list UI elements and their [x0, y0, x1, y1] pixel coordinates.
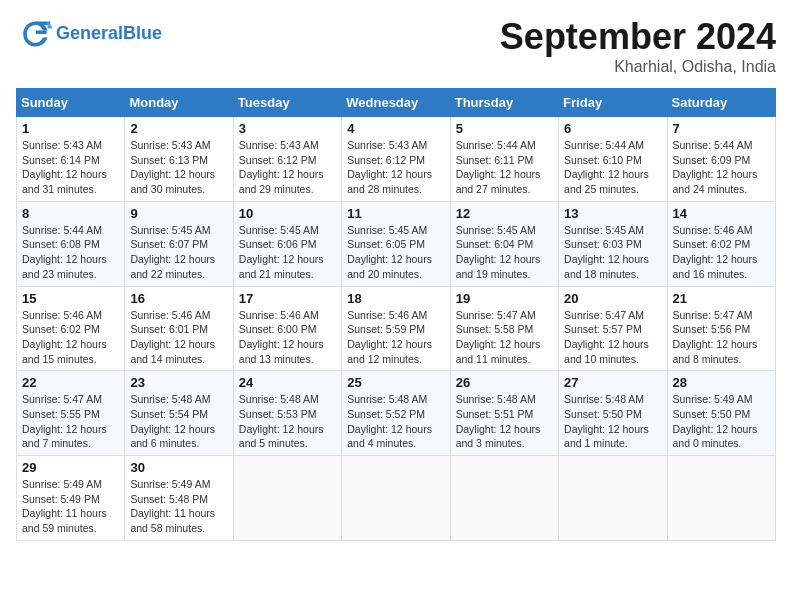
calendar-cell: [559, 456, 667, 541]
day-number: 4: [347, 121, 444, 136]
calendar-week-row: 1Sunrise: 5:43 AM Sunset: 6:14 PM Daylig…: [17, 117, 776, 202]
day-info: Sunrise: 5:48 AM Sunset: 5:54 PM Dayligh…: [130, 392, 227, 451]
day-number: 10: [239, 206, 336, 221]
day-number: 1: [22, 121, 119, 136]
day-number: 14: [673, 206, 770, 221]
calendar-cell: 20Sunrise: 5:47 AM Sunset: 5:57 PM Dayli…: [559, 286, 667, 371]
day-number: 18: [347, 291, 444, 306]
day-info: Sunrise: 5:47 AM Sunset: 5:55 PM Dayligh…: [22, 392, 119, 451]
calendar-cell: 13Sunrise: 5:45 AM Sunset: 6:03 PM Dayli…: [559, 201, 667, 286]
calendar-cell: 5Sunrise: 5:44 AM Sunset: 6:11 PM Daylig…: [450, 117, 558, 202]
day-info: Sunrise: 5:48 AM Sunset: 5:51 PM Dayligh…: [456, 392, 553, 451]
col-header-wednesday: Wednesday: [342, 89, 450, 117]
month-title: September 2024: [500, 16, 776, 58]
col-header-saturday: Saturday: [667, 89, 775, 117]
logo-general: General: [56, 23, 123, 43]
day-number: 2: [130, 121, 227, 136]
day-info: Sunrise: 5:44 AM Sunset: 6:10 PM Dayligh…: [564, 138, 661, 197]
day-info: Sunrise: 5:48 AM Sunset: 5:53 PM Dayligh…: [239, 392, 336, 451]
day-number: 19: [456, 291, 553, 306]
calendar-cell: 2Sunrise: 5:43 AM Sunset: 6:13 PM Daylig…: [125, 117, 233, 202]
calendar-cell: 7Sunrise: 5:44 AM Sunset: 6:09 PM Daylig…: [667, 117, 775, 202]
day-number: 17: [239, 291, 336, 306]
calendar-week-row: 29Sunrise: 5:49 AM Sunset: 5:49 PM Dayli…: [17, 456, 776, 541]
day-info: Sunrise: 5:43 AM Sunset: 6:13 PM Dayligh…: [130, 138, 227, 197]
calendar-cell: 24Sunrise: 5:48 AM Sunset: 5:53 PM Dayli…: [233, 371, 341, 456]
calendar-cell: 30Sunrise: 5:49 AM Sunset: 5:48 PM Dayli…: [125, 456, 233, 541]
day-number: 6: [564, 121, 661, 136]
day-info: Sunrise: 5:46 AM Sunset: 5:59 PM Dayligh…: [347, 308, 444, 367]
calendar-cell: 11Sunrise: 5:45 AM Sunset: 6:05 PM Dayli…: [342, 201, 450, 286]
calendar-cell: 3Sunrise: 5:43 AM Sunset: 6:12 PM Daylig…: [233, 117, 341, 202]
calendar-cell: 8Sunrise: 5:44 AM Sunset: 6:08 PM Daylig…: [17, 201, 125, 286]
calendar-cell: 29Sunrise: 5:49 AM Sunset: 5:49 PM Dayli…: [17, 456, 125, 541]
logo-blue: Blue: [123, 23, 162, 43]
calendar-cell: 19Sunrise: 5:47 AM Sunset: 5:58 PM Dayli…: [450, 286, 558, 371]
calendar-cell: [450, 456, 558, 541]
logo: GeneralBlue: [16, 16, 162, 52]
logo-icon: [16, 16, 52, 52]
day-number: 11: [347, 206, 444, 221]
day-number: 8: [22, 206, 119, 221]
day-info: Sunrise: 5:48 AM Sunset: 5:52 PM Dayligh…: [347, 392, 444, 451]
col-header-thursday: Thursday: [450, 89, 558, 117]
day-info: Sunrise: 5:45 AM Sunset: 6:03 PM Dayligh…: [564, 223, 661, 282]
calendar-cell: 21Sunrise: 5:47 AM Sunset: 5:56 PM Dayli…: [667, 286, 775, 371]
day-number: 27: [564, 375, 661, 390]
day-info: Sunrise: 5:46 AM Sunset: 6:00 PM Dayligh…: [239, 308, 336, 367]
day-number: 29: [22, 460, 119, 475]
calendar-cell: 18Sunrise: 5:46 AM Sunset: 5:59 PM Dayli…: [342, 286, 450, 371]
calendar-cell: 27Sunrise: 5:48 AM Sunset: 5:50 PM Dayli…: [559, 371, 667, 456]
calendar-cell: 23Sunrise: 5:48 AM Sunset: 5:54 PM Dayli…: [125, 371, 233, 456]
calendar-cell: [342, 456, 450, 541]
calendar-week-row: 8Sunrise: 5:44 AM Sunset: 6:08 PM Daylig…: [17, 201, 776, 286]
day-info: Sunrise: 5:49 AM Sunset: 5:49 PM Dayligh…: [22, 477, 119, 536]
col-header-monday: Monday: [125, 89, 233, 117]
day-number: 23: [130, 375, 227, 390]
day-number: 13: [564, 206, 661, 221]
day-info: Sunrise: 5:44 AM Sunset: 6:08 PM Dayligh…: [22, 223, 119, 282]
day-number: 26: [456, 375, 553, 390]
calendar-cell: [233, 456, 341, 541]
day-info: Sunrise: 5:48 AM Sunset: 5:50 PM Dayligh…: [564, 392, 661, 451]
day-number: 25: [347, 375, 444, 390]
calendar-cell: 4Sunrise: 5:43 AM Sunset: 6:12 PM Daylig…: [342, 117, 450, 202]
title-block: September 2024 Kharhial, Odisha, India: [500, 16, 776, 76]
calendar-cell: 25Sunrise: 5:48 AM Sunset: 5:52 PM Dayli…: [342, 371, 450, 456]
day-info: Sunrise: 5:44 AM Sunset: 6:09 PM Dayligh…: [673, 138, 770, 197]
day-number: 7: [673, 121, 770, 136]
day-info: Sunrise: 5:45 AM Sunset: 6:07 PM Dayligh…: [130, 223, 227, 282]
calendar-cell: 9Sunrise: 5:45 AM Sunset: 6:07 PM Daylig…: [125, 201, 233, 286]
day-info: Sunrise: 5:47 AM Sunset: 5:58 PM Dayligh…: [456, 308, 553, 367]
day-number: 12: [456, 206, 553, 221]
day-number: 28: [673, 375, 770, 390]
calendar-cell: 28Sunrise: 5:49 AM Sunset: 5:50 PM Dayli…: [667, 371, 775, 456]
day-number: 9: [130, 206, 227, 221]
calendar-header-row: SundayMondayTuesdayWednesdayThursdayFrid…: [17, 89, 776, 117]
day-number: 5: [456, 121, 553, 136]
day-info: Sunrise: 5:49 AM Sunset: 5:48 PM Dayligh…: [130, 477, 227, 536]
calendar-cell: 17Sunrise: 5:46 AM Sunset: 6:00 PM Dayli…: [233, 286, 341, 371]
day-info: Sunrise: 5:47 AM Sunset: 5:56 PM Dayligh…: [673, 308, 770, 367]
calendar-week-row: 15Sunrise: 5:46 AM Sunset: 6:02 PM Dayli…: [17, 286, 776, 371]
day-info: Sunrise: 5:43 AM Sunset: 6:14 PM Dayligh…: [22, 138, 119, 197]
day-number: 3: [239, 121, 336, 136]
day-info: Sunrise: 5:45 AM Sunset: 6:04 PM Dayligh…: [456, 223, 553, 282]
calendar-cell: 26Sunrise: 5:48 AM Sunset: 5:51 PM Dayli…: [450, 371, 558, 456]
calendar-cell: 6Sunrise: 5:44 AM Sunset: 6:10 PM Daylig…: [559, 117, 667, 202]
calendar-cell: 10Sunrise: 5:45 AM Sunset: 6:06 PM Dayli…: [233, 201, 341, 286]
day-info: Sunrise: 5:43 AM Sunset: 6:12 PM Dayligh…: [239, 138, 336, 197]
location-subtitle: Kharhial, Odisha, India: [500, 58, 776, 76]
calendar-cell: 15Sunrise: 5:46 AM Sunset: 6:02 PM Dayli…: [17, 286, 125, 371]
day-info: Sunrise: 5:45 AM Sunset: 6:05 PM Dayligh…: [347, 223, 444, 282]
calendar-cell: [667, 456, 775, 541]
calendar-week-row: 22Sunrise: 5:47 AM Sunset: 5:55 PM Dayli…: [17, 371, 776, 456]
calendar-cell: 1Sunrise: 5:43 AM Sunset: 6:14 PM Daylig…: [17, 117, 125, 202]
day-info: Sunrise: 5:47 AM Sunset: 5:57 PM Dayligh…: [564, 308, 661, 367]
day-number: 22: [22, 375, 119, 390]
day-info: Sunrise: 5:46 AM Sunset: 6:01 PM Dayligh…: [130, 308, 227, 367]
day-number: 24: [239, 375, 336, 390]
calendar-cell: 22Sunrise: 5:47 AM Sunset: 5:55 PM Dayli…: [17, 371, 125, 456]
day-info: Sunrise: 5:43 AM Sunset: 6:12 PM Dayligh…: [347, 138, 444, 197]
col-header-friday: Friday: [559, 89, 667, 117]
